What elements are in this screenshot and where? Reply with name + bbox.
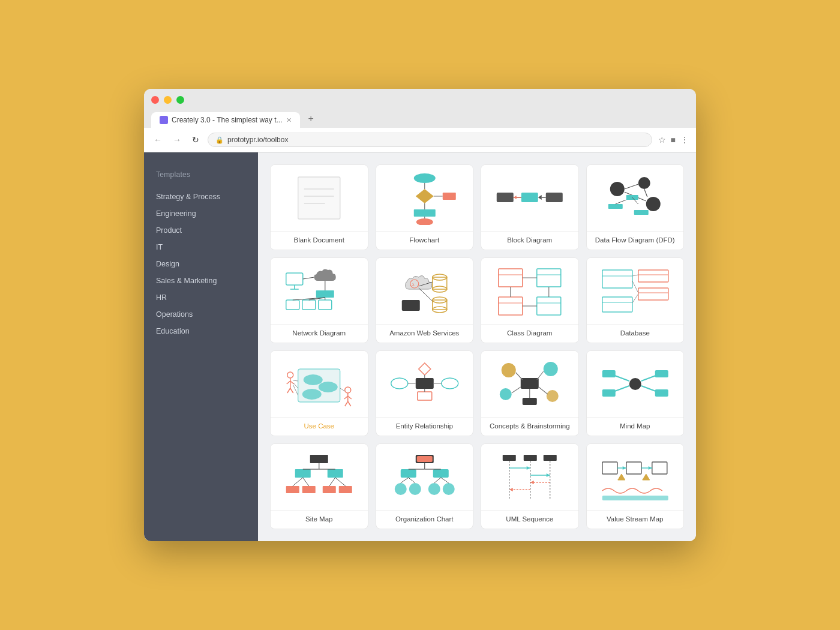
template-label-flowchart: Flowchart — [376, 231, 473, 250]
bookmark-icon[interactable]: ☆ — [658, 135, 666, 145]
svg-rect-48 — [432, 300, 446, 310]
svg-rect-135 — [323, 486, 336, 493]
svg-line-25 — [644, 189, 647, 197]
svg-rect-28 — [608, 204, 622, 209]
template-card-entity[interactable]: Entity Relationship — [376, 350, 474, 436]
sidebar-item-product[interactable]: Product — [156, 222, 246, 239]
svg-line-77 — [632, 294, 638, 303]
svg-rect-127 — [310, 455, 328, 463]
template-card-usecase[interactable]: Use Case — [270, 350, 368, 436]
svg-rect-112 — [523, 398, 537, 405]
template-card-orgchart[interactable]: Organization Chart — [376, 443, 474, 529]
svg-line-76 — [632, 281, 638, 293]
template-preview-aws: λ — [376, 258, 473, 324]
maximize-button[interactable] — [176, 96, 184, 104]
svg-text:λ: λ — [412, 282, 414, 287]
svg-rect-38 — [319, 300, 332, 310]
svg-line-138 — [303, 478, 309, 486]
svg-point-81 — [302, 389, 322, 400]
template-card-sitemap[interactable]: Site Map — [270, 443, 368, 529]
svg-line-140 — [335, 478, 346, 486]
active-tab[interactable]: Creately 3.0 - The simplest way t... ✕ — [151, 112, 300, 128]
svg-point-12 — [416, 218, 433, 225]
template-card-uml[interactable]: UML Sequence — [481, 443, 579, 529]
new-tab-button[interactable]: + — [302, 110, 320, 128]
svg-line-85 — [290, 381, 294, 384]
svg-line-97 — [340, 388, 345, 391]
svg-point-21 — [610, 182, 624, 196]
svg-rect-8 — [442, 193, 455, 200]
template-card-blank[interactable]: Blank Document — [270, 164, 368, 250]
template-preview-concepts — [481, 351, 578, 417]
svg-rect-55 — [499, 269, 523, 287]
svg-rect-130 — [328, 469, 343, 478]
svg-rect-69 — [638, 270, 668, 282]
template-card-dfd[interactable]: Data Flow Diagram (DFD) — [586, 164, 685, 250]
svg-rect-13 — [497, 193, 514, 202]
address-bar-row: ← → ↻ 🔒 prototypr.io/toolbox ☆ ■ ⋮ — [144, 128, 696, 152]
template-label-uml: UML Sequence — [481, 510, 578, 529]
svg-point-4 — [413, 173, 435, 183]
forward-button[interactable]: → — [170, 134, 184, 146]
svg-line-151 — [400, 478, 408, 483]
template-card-flowchart[interactable]: Flowchart — [376, 164, 474, 250]
svg-line-24 — [624, 184, 638, 189]
sidebar-item-hr[interactable]: HR — [156, 289, 246, 306]
browser-chrome: Creately 3.0 - The simplest way t... ✕ + — [144, 89, 696, 128]
sidebar-item-it[interactable]: IT — [156, 239, 246, 256]
sidebar-item-design[interactable]: Design — [156, 256, 246, 272]
sidebar-item-operations[interactable]: Operations — [156, 306, 246, 323]
template-card-aws[interactable]: λ Amazon Web Services — [376, 257, 474, 343]
address-bar[interactable]: 🔒 prototypr.io/toolbox — [208, 133, 652, 147]
svg-marker-16 — [538, 195, 542, 200]
svg-rect-29 — [634, 210, 648, 215]
sidebar-item-education[interactable]: Education — [156, 323, 246, 340]
tab-favicon — [160, 116, 168, 124]
template-card-mindmap[interactable]: Mind Map — [586, 350, 685, 436]
refresh-button[interactable]: ↻ — [190, 134, 202, 146]
svg-rect-98 — [415, 378, 433, 389]
svg-line-87 — [290, 388, 293, 393]
svg-marker-165 — [547, 473, 550, 477]
template-card-class[interactable]: Class Diagram — [481, 257, 579, 343]
template-card-valuestream[interactable]: Value Stream Map — [586, 443, 685, 529]
svg-line-93 — [344, 396, 348, 399]
svg-rect-10 — [413, 209, 435, 217]
template-card-concepts[interactable]: Concepts & Brainstorming — [481, 350, 579, 436]
template-preview-valuestream — [587, 444, 684, 510]
svg-rect-19 — [546, 193, 563, 202]
template-card-network[interactable]: Network Diagram — [270, 257, 368, 343]
svg-point-111 — [547, 390, 559, 402]
svg-rect-134 — [302, 486, 316, 493]
minimize-button[interactable] — [164, 96, 172, 104]
template-preview-flowchart — [376, 165, 473, 231]
svg-rect-36 — [286, 300, 299, 310]
svg-line-139 — [329, 478, 335, 486]
template-preview-blank — [271, 165, 368, 231]
svg-rect-71 — [638, 288, 668, 300]
template-card-block[interactable]: Block Diagram — [481, 164, 579, 250]
sidebar-item-sales[interactable]: Sales & Marketing — [156, 272, 246, 289]
template-card-database[interactable]: Database — [586, 257, 685, 343]
svg-rect-57 — [537, 269, 561, 287]
back-button[interactable]: ← — [151, 134, 164, 146]
svg-point-101 — [391, 378, 407, 389]
tab-close-icon[interactable]: ✕ — [286, 116, 292, 124]
extension-icon[interactable]: ■ — [671, 135, 676, 145]
sidebar-item-engineering[interactable]: Engineering — [156, 205, 246, 222]
svg-rect-107 — [521, 378, 539, 389]
close-button[interactable] — [151, 96, 159, 104]
svg-rect-171 — [626, 462, 641, 474]
template-preview-usecase — [271, 351, 368, 417]
sidebar-item-strategy[interactable]: Strategy & Process — [156, 188, 246, 205]
svg-point-108 — [502, 363, 516, 377]
svg-line-94 — [348, 396, 352, 399]
url-text: prototypr.io/toolbox — [227, 136, 288, 144]
svg-line-153 — [434, 478, 440, 483]
svg-line-31 — [615, 200, 626, 204]
menu-icon[interactable]: ⋮ — [680, 135, 689, 145]
lock-icon: 🔒 — [215, 136, 224, 144]
svg-marker-177 — [617, 474, 625, 480]
template-preview-network — [271, 258, 368, 324]
svg-line-152 — [408, 478, 415, 483]
